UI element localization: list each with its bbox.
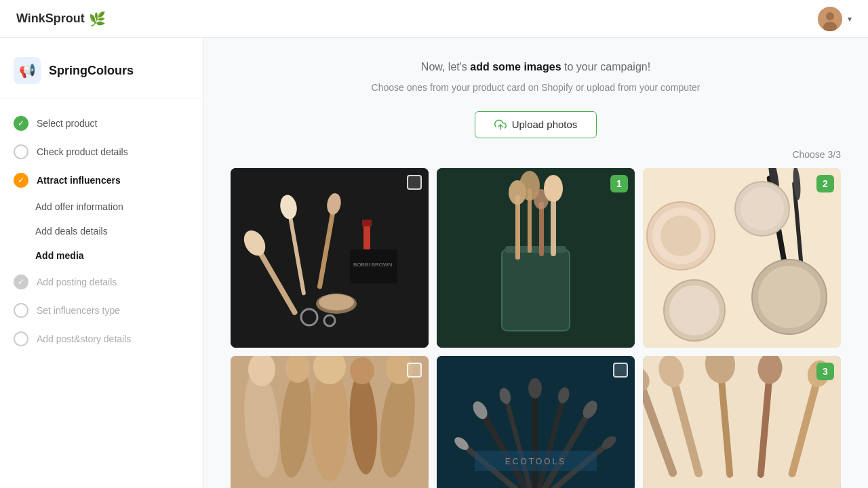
photo-svg-6: [643, 356, 841, 488]
leaf-icon: 🌿: [89, 11, 106, 27]
sidebar-item-select-product[interactable]: ✓ Select product: [0, 109, 203, 138]
logo-area: WinkSprout 🌿: [16, 11, 106, 27]
svg-point-41: [669, 285, 719, 336]
photo-item-6[interactable]: 3: [643, 356, 841, 488]
sidebar-label: Check product details: [37, 146, 128, 157]
avatar[interactable]: [818, 7, 842, 31]
sidebar-item-set-influencers-type[interactable]: Set influencers type: [0, 296, 203, 325]
svg-point-29: [544, 175, 563, 202]
sidebar-brand: 📢 SpringColours: [0, 52, 203, 98]
svg-point-14: [319, 294, 354, 310]
sidebar-item-attract-influencers[interactable]: ✓ Attract influencers: [0, 166, 203, 195]
upload-icon: [494, 119, 507, 131]
photo-item-3[interactable]: 2: [643, 168, 841, 348]
photo-svg-5: ECOTOOLS: [437, 356, 635, 488]
main-layout: 📢 SpringColours ✓ Select product Check p…: [0, 38, 868, 488]
photo-content-5: ECOTOOLS: [437, 356, 635, 488]
svg-text:ECOTOOLS: ECOTOOLS: [505, 457, 566, 466]
step-active-icon: ✓: [14, 173, 28, 188]
photo-item-2[interactable]: 1: [437, 168, 635, 348]
svg-point-37: [660, 216, 701, 256]
svg-point-63: [528, 378, 542, 399]
step-done-icon: ✓: [14, 116, 28, 131]
photo-badge-3: 2: [816, 175, 834, 192]
sidebar-item-add-deals-details[interactable]: Add deals details: [0, 219, 203, 243]
choose-label: Choose 3/3: [231, 149, 841, 160]
svg-rect-26: [539, 202, 544, 256]
photo-content-3: [643, 168, 841, 348]
sidebar-label: Attract influencers: [37, 175, 121, 186]
sidebar-label: Select product: [37, 118, 98, 129]
step-pending-indicator: [14, 331, 28, 346]
step-pending-indicator: [14, 144, 28, 159]
svg-rect-12: [362, 220, 372, 226]
chevron-down-icon[interactable]: ▾: [848, 14, 852, 24]
sidebar-item-add-offer-information[interactable]: Add offer information: [0, 195, 203, 219]
sidebar-item-add-post-story-details[interactable]: Add post&story details: [0, 325, 203, 353]
photo-badge-6: 3: [816, 363, 834, 380]
svg-rect-21: [505, 246, 566, 253]
brand-name: SpringColours: [49, 64, 134, 78]
svg-rect-62: [532, 390, 538, 488]
svg-point-52: [350, 357, 374, 384]
headline: Now, let's add some images to your campa…: [231, 58, 841, 76]
step-pending-indicator: [14, 303, 28, 318]
photo-svg-4: [231, 356, 429, 488]
sidebar-label: Set influencers type: [37, 305, 120, 316]
upload-photos-button[interactable]: Upload photos: [475, 111, 597, 138]
logo-text: WinkSprout: [16, 12, 85, 26]
main-content: Now, let's add some images to your campa…: [203, 38, 868, 488]
user-area[interactable]: ▾: [818, 7, 852, 31]
sidebar-label: Add posting details: [37, 277, 117, 287]
sidebar-label: Add offer information: [35, 201, 123, 212]
sidebar: 📢 SpringColours ✓ Select product Check p…: [0, 38, 203, 488]
svg-text:BOBBI BROWN: BOBBI BROWN: [353, 262, 393, 268]
upload-btn-wrap: Upload photos: [231, 111, 841, 138]
photo-item-5[interactable]: ECOTOOLS: [437, 356, 635, 488]
photo-svg-2: [437, 168, 635, 348]
brand-icon: 📢: [14, 57, 41, 84]
photo-svg-1: BOBBI BROWN: [231, 168, 429, 348]
photo-item-4[interactable]: [231, 356, 429, 488]
photo-grid: BOBBI BROWN: [231, 168, 841, 488]
svg-rect-20: [502, 249, 570, 331]
sidebar-label: Add post&story details: [37, 333, 131, 344]
photo-badge-2: 1: [610, 175, 628, 192]
svg-point-1: [826, 12, 834, 20]
page-header: Now, let's add some images to your campa…: [231, 58, 841, 95]
sidebar-label: Add media: [35, 250, 84, 261]
subtext: Choose ones from your product card on Sh…: [231, 80, 841, 95]
svg-point-39: [741, 187, 784, 230]
photo-content-2: [437, 168, 635, 348]
sidebar-item-check-product-details[interactable]: Check product details: [0, 138, 203, 166]
photo-item-1[interactable]: BOBBI BROWN: [231, 168, 429, 348]
step-done-icon: ✓: [14, 274, 28, 289]
photo-content-1: BOBBI BROWN: [231, 168, 429, 348]
photo-checkbox-4[interactable]: [407, 363, 422, 378]
photo-checkbox-1[interactable]: [407, 175, 422, 190]
photo-content-4: [231, 356, 429, 488]
photo-svg-3: [643, 168, 841, 348]
svg-point-43: [758, 266, 821, 328]
photo-content-6: [643, 356, 841, 488]
photo-checkbox-5[interactable]: [613, 363, 628, 378]
sidebar-label: Add deals details: [35, 226, 108, 237]
upload-button-label: Upload photos: [512, 119, 578, 130]
sidebar-item-add-media[interactable]: Add media: [0, 243, 203, 268]
top-navigation: WinkSprout 🌿 ▾: [0, 0, 868, 38]
svg-rect-22: [515, 195, 520, 260]
sidebar-item-add-posting-details[interactable]: ✓ Add posting details: [0, 268, 203, 296]
